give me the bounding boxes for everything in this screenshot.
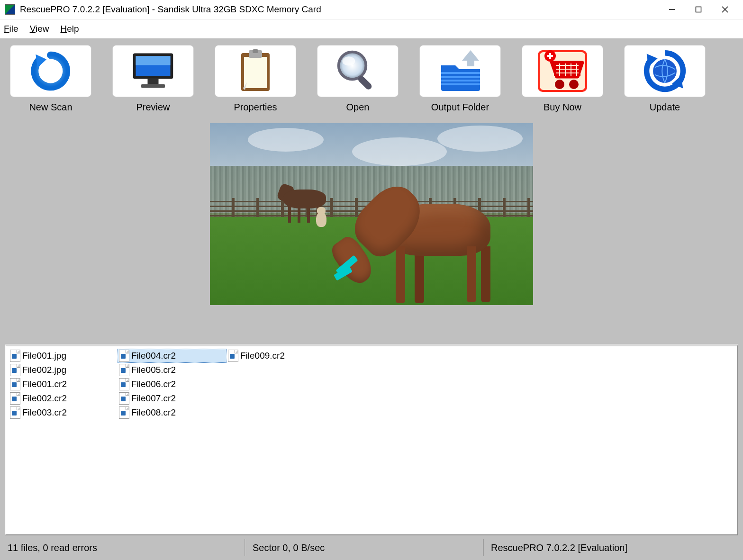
clipboard-icon: [238, 49, 272, 93]
shopping-cart-icon: [537, 49, 588, 93]
file-name: File002.cr2: [22, 393, 67, 404]
image-file-icon: [119, 406, 129, 419]
svg-rect-7: [147, 79, 158, 84]
svg-point-20: [569, 80, 579, 89]
properties-label: Properties: [234, 102, 277, 113]
svg-rect-15: [357, 75, 373, 91]
image-file-icon: [119, 364, 129, 376]
output-folder-label: Output Folder: [431, 102, 489, 113]
file-name: File005.cr2: [131, 365, 176, 375]
svg-rect-6: [136, 56, 171, 65]
magnifier-icon: [335, 48, 381, 94]
window-title: RescuePRO 7.0.2.2 [Evaluation] - Sandisk…: [20, 4, 659, 15]
svg-point-22: [653, 59, 677, 83]
new-scan-button[interactable]: New Scan: [10, 45, 91, 113]
preview-button[interactable]: Preview: [113, 45, 193, 113]
file-item[interactable]: File001.jpg: [9, 349, 118, 363]
file-name: File007.cr2: [131, 393, 176, 404]
file-item[interactable]: File007.cr2: [118, 391, 227, 406]
file-name: File001.jpg: [22, 351, 66, 361]
file-item[interactable]: File001.cr2: [9, 377, 118, 391]
file-name: File009.cr2: [240, 351, 285, 361]
image-file-icon: [10, 392, 20, 405]
file-item[interactable]: File006.cr2: [118, 377, 227, 391]
image-file-icon: [119, 350, 129, 362]
minimize-button[interactable]: [659, 0, 685, 19]
file-item[interactable]: File005.cr2: [118, 363, 227, 377]
monitor-icon: [130, 50, 176, 92]
svg-rect-12: [253, 49, 258, 53]
globe-refresh-icon: [642, 49, 688, 93]
image-file-icon: [119, 392, 129, 405]
svg-point-19: [555, 80, 564, 89]
preview-label: Preview: [136, 102, 170, 113]
folder-arrow-icon: [436, 49, 484, 93]
refresh-arrow-icon: [30, 50, 72, 92]
title-bar: RescuePRO 7.0.2.2 [Evaluation] - Sandisk…: [0, 0, 743, 19]
open-label: Open: [346, 102, 370, 113]
file-item[interactable]: File008.cr2: [118, 406, 227, 420]
file-name: File001.cr2: [22, 379, 67, 389]
file-item[interactable]: File002.jpg: [9, 363, 118, 377]
file-name: File008.cr2: [131, 407, 176, 418]
status-separator: [483, 539, 484, 556]
app-icon: [5, 4, 15, 15]
svg-rect-8: [141, 84, 165, 88]
update-button[interactable]: Update: [625, 45, 705, 113]
file-name: File002.jpg: [22, 365, 66, 375]
image-file-icon: [119, 378, 129, 390]
image-file-icon: [10, 364, 20, 376]
status-app: RescuePRO 7.0.2.2 [Evaluation]: [491, 542, 627, 553]
file-name: File003.cr2: [22, 407, 67, 418]
svg-rect-10: [244, 57, 267, 88]
foreground-horse: [344, 152, 509, 294]
menu-bar: File View Help: [0, 19, 743, 38]
svg-rect-1: [696, 7, 701, 12]
image-file-icon: [10, 406, 20, 419]
preview-pane: [0, 122, 743, 341]
new-scan-label: New Scan: [29, 102, 72, 113]
open-button[interactable]: Open: [317, 45, 398, 113]
toolbar: New Scan Preview Properties Open Output …: [0, 38, 743, 122]
output-folder-button[interactable]: Output Folder: [420, 45, 500, 113]
file-list-panel: File001.jpgFile002.jpgFile001.cr2File002…: [0, 341, 743, 535]
svg-point-14: [342, 56, 355, 65]
file-item[interactable]: File009.cr2: [227, 349, 335, 363]
file-name: File004.cr2: [131, 351, 176, 361]
close-button[interactable]: [712, 0, 738, 19]
properties-button[interactable]: Properties: [215, 45, 296, 113]
buy-now-label: Buy Now: [544, 102, 581, 113]
maximize-button[interactable]: [685, 0, 712, 19]
svg-point-13: [339, 52, 366, 80]
status-separator: [245, 539, 246, 556]
file-list[interactable]: File001.jpgFile002.jpgFile001.cr2File002…: [5, 344, 738, 535]
status-files: 11 files, 0 read errors: [8, 542, 238, 553]
dog: [313, 206, 329, 229]
image-file-icon: [10, 350, 20, 362]
file-name: File006.cr2: [131, 379, 176, 389]
menu-help[interactable]: Help: [60, 24, 79, 34]
status-bar: 11 files, 0 read errors Sector 0, 0 B/se…: [0, 535, 743, 560]
file-item[interactable]: File004.cr2: [118, 349, 227, 363]
file-item[interactable]: File003.cr2: [9, 406, 118, 420]
menu-file[interactable]: File: [4, 24, 18, 34]
file-item[interactable]: File002.cr2: [9, 391, 118, 406]
image-file-icon: [228, 350, 238, 362]
buy-now-button[interactable]: Buy Now: [522, 45, 603, 113]
menu-view[interactable]: View: [30, 24, 49, 34]
preview-image: [210, 123, 533, 305]
status-sector: Sector 0, 0 B/sec: [253, 542, 476, 553]
update-label: Update: [650, 102, 680, 113]
image-file-icon: [10, 378, 20, 390]
